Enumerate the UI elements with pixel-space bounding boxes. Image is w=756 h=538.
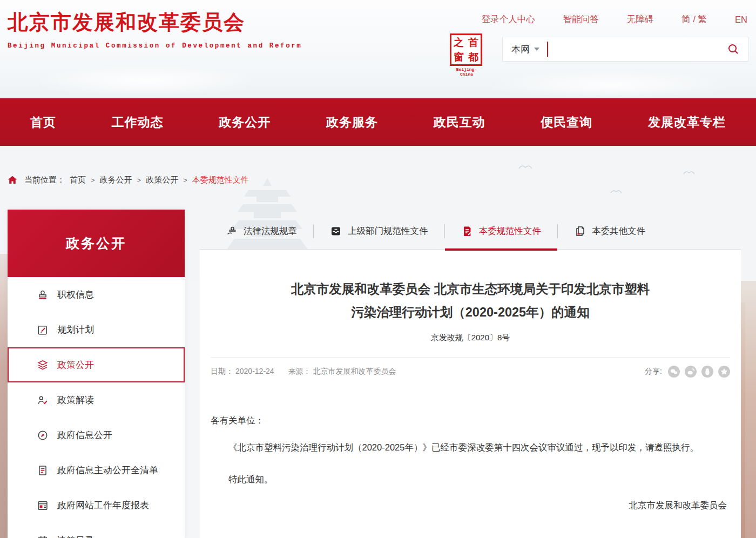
layers-icon xyxy=(37,359,49,371)
site-subtitle: Beijing Municipal Commission of Developm… xyxy=(8,42,302,50)
nav-item-work-news[interactable]: 工作动态 xyxy=(112,114,164,131)
sidebar-item-policy-disclosure[interactable]: 政策公开 xyxy=(8,347,185,382)
favorite-share-icon[interactable] xyxy=(718,366,730,378)
files-icon xyxy=(574,225,586,237)
tab-label: 本委规范性文件 xyxy=(479,225,542,237)
search-scope-select[interactable]: 本网 xyxy=(511,43,539,56)
sidebar-item-authority-info[interactable]: 职权信息 xyxy=(8,277,185,312)
bird-watermark xyxy=(683,167,695,177)
capital-window-seal-logo[interactable]: 之 首 窗 都 Beijing-China xyxy=(450,33,483,77)
sidebar-menu: 职权信息 规划计划 政策公开 xyxy=(8,277,185,538)
sidebar-item-label: 政府信息公开 xyxy=(57,429,112,441)
plan-edit-icon xyxy=(37,324,49,336)
breadcrumb-gov-affairs[interactable]: 政务公开 xyxy=(100,175,132,185)
breadcrumb-separator: > xyxy=(183,176,187,184)
article-salutation: 各有关单位： xyxy=(211,412,730,429)
person-check-icon xyxy=(37,394,49,406)
article-date: 2020-12-24 xyxy=(235,367,274,375)
seal-caption: Beijing-China xyxy=(450,67,483,77)
search-input[interactable] xyxy=(548,38,727,60)
tab-label: 本委其他文件 xyxy=(592,225,645,237)
search-scope-label: 本网 xyxy=(511,43,530,56)
source-label: 来源： xyxy=(288,367,311,375)
article-notice: 特此通知。 xyxy=(211,471,730,488)
simplified-traditional-toggle[interactable]: 简 / 繁 xyxy=(681,14,707,25)
seal-char: 之 xyxy=(451,35,466,50)
nav-item-convenient-query[interactable]: 便民查询 xyxy=(541,114,592,131)
site-header: 北京市发展和改革委员会 Beijing Municipal Commission… xyxy=(0,0,756,98)
home-icon xyxy=(8,176,17,184)
tab-superior-normative-docs[interactable]: 上级部门规范性文件 xyxy=(314,213,444,249)
tab-laws-regulations[interactable]: 法律法规规章 xyxy=(210,213,313,249)
article-title-line1: 北京市发展和改革委员会 北京市生态环境局关于印发北京市塑料 xyxy=(291,282,650,296)
sidebar-item-label: 决策目录 xyxy=(57,534,94,538)
document-number: 京发改规〔2020〕8号 xyxy=(211,333,730,343)
sidebar-item-label: 规划计划 xyxy=(57,324,94,336)
article-meta-left: 日期：2020-12-24 来源：北京市发展和改革委员会 xyxy=(211,367,399,376)
breadcrumb-separator: > xyxy=(137,176,141,184)
article-source: 北京市发展和改革委员会 xyxy=(313,367,396,375)
qq-share-icon[interactable] xyxy=(701,366,713,378)
nav-item-home[interactable]: 首页 xyxy=(30,114,56,131)
breadcrumb-separator: > xyxy=(91,176,95,184)
article-title-line2: 污染治理行动计划（2020-2025年）的通知 xyxy=(351,305,589,319)
sidebar-item-policy-interpretation[interactable]: 政策解读 xyxy=(8,382,185,418)
accessibility-link[interactable]: 无障碍 xyxy=(627,14,654,25)
ledger-icon xyxy=(37,535,49,538)
stamp-icon xyxy=(37,289,49,301)
tab-commission-other-docs[interactable]: 本委其他文件 xyxy=(558,213,662,249)
seal-char: 首 xyxy=(466,35,481,50)
sidebar-item-label: 政策解读 xyxy=(57,394,94,406)
login-personal-center-link[interactable]: 登录个人中心 xyxy=(482,14,535,25)
article-body: 各有关单位： 《北京市塑料污染治理行动计划（2020-2025年）》已经市委深改… xyxy=(211,412,730,514)
seal-char: 窗 xyxy=(451,50,466,64)
inbox-icon xyxy=(330,225,342,237)
sidebar-item-website-annual-report[interactable]: 政府网站工作年度报表 xyxy=(8,488,185,523)
seal-icon: 之 首 窗 都 xyxy=(450,33,482,66)
article-title: 北京市发展和改革委员会 北京市生态环境局关于印发北京市塑料 污染治理行动计划（2… xyxy=(217,250,724,324)
article-panel: 北京市发展和改革委员会 北京市生态环境局关于印发北京市塑料 污染治理行动计划（2… xyxy=(200,250,741,538)
breadcrumb-policy[interactable]: 政策公开 xyxy=(146,175,178,185)
main-navigation: 首页 工作动态 政务公开 政务服务 政民互动 便民查询 发展改革专栏 xyxy=(0,98,756,146)
tab-commission-normative-docs[interactable]: 本委规范性文件 xyxy=(445,213,558,249)
smart-qa-link[interactable]: 智能问答 xyxy=(563,14,599,25)
tab-label: 法律法规规章 xyxy=(244,225,297,237)
tab-label: 上级部门规范性文件 xyxy=(348,225,428,237)
doc-pen-icon xyxy=(461,225,473,237)
share-bar: 分享: xyxy=(645,366,730,378)
nav-item-gov-affairs[interactable]: 政务公开 xyxy=(219,114,271,131)
search-button[interactable] xyxy=(727,43,739,55)
sidebar-item-label: 政府网站工作年度报表 xyxy=(57,499,149,512)
share-label: 分享: xyxy=(645,367,662,376)
divider xyxy=(211,357,730,358)
nav-item-interaction[interactable]: 政民互动 xyxy=(434,114,485,131)
sidebar-item-proactive-disclosure-list[interactable]: 政府信息主动公开全清单 xyxy=(8,453,185,488)
utility-links: 登录个人中心 智能问答 无障碍 简 / 繁 EN xyxy=(482,14,747,25)
breadcrumb-home[interactable]: 首页 xyxy=(70,175,86,185)
article-paragraph: 《北京市塑料污染治理行动计划（2020-2025年）》已经市委深改委第十四次会议… xyxy=(211,438,730,457)
sidebar-title: 政务公开 xyxy=(8,210,185,277)
article-signature: 北京市发展和改革委员会 xyxy=(211,497,730,514)
breadcrumb-current[interactable]: 本委规范性文件 xyxy=(192,175,249,185)
seal-stamp-icon xyxy=(226,225,238,237)
content-tabs: 法律法规规章 上级部门规范性文件 本委规范性文件 xyxy=(200,213,741,250)
seal-char: 都 xyxy=(466,50,481,64)
sidebar-item-planning[interactable]: 规划计划 xyxy=(8,312,185,347)
english-link[interactable]: EN xyxy=(735,15,747,25)
article-meta: 日期：2020-12-24 来源：北京市发展和改革委员会 分享: xyxy=(211,366,730,378)
wechat-share-icon[interactable] xyxy=(668,366,680,378)
sidebar-item-gov-info-disclosure[interactable]: 政府信息公开 xyxy=(8,418,185,453)
compass-icon xyxy=(37,429,49,441)
site-logo[interactable]: 北京市发展和改革委员会 Beijing Municipal Commission… xyxy=(8,9,302,50)
date-label: 日期： xyxy=(211,367,233,375)
building-watermark-right xyxy=(741,281,756,538)
nav-item-gov-services[interactable]: 政务服务 xyxy=(326,114,378,131)
main-content: 法律法规规章 上级部门规范性文件 本委规范性文件 xyxy=(200,213,741,538)
bird-watermark xyxy=(610,186,622,196)
sidebar-item-decision-directory[interactable]: 决策目录 xyxy=(8,523,185,538)
document-list-icon xyxy=(37,465,49,476)
weibo-share-icon[interactable] xyxy=(685,366,697,378)
sidebar-item-label: 政策公开 xyxy=(57,359,94,371)
nav-item-reform-column[interactable]: 发展改革专栏 xyxy=(648,114,726,131)
sidebar: 政务公开 职权信息 规划计划 xyxy=(8,210,185,538)
